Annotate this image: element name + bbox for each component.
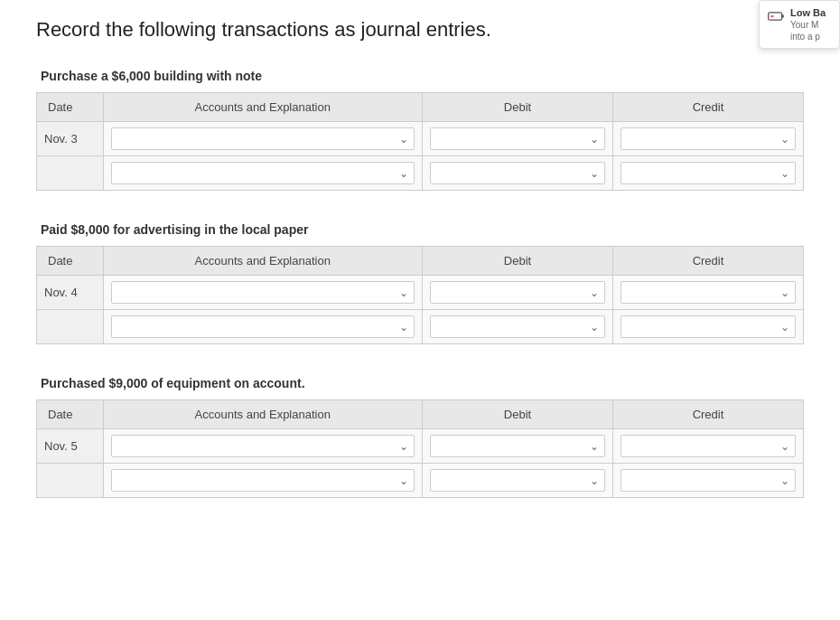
credit-input-wrapper-2-2: ⌄ <box>621 315 796 338</box>
notification-badge: Low Ba Your M into a p <box>759 0 840 49</box>
section-1: Purchase a $6,000 building with note Dat… <box>36 69 804 191</box>
credit-chevron-1-1[interactable]: ⌄ <box>779 134 791 145</box>
debit-input-3-1[interactable] <box>436 439 588 453</box>
account-input-wrapper-3-1: ⌄ <box>111 435 415 457</box>
credit-chevron-3-2[interactable]: ⌄ <box>779 475 791 486</box>
header-debit-2: Debit <box>422 247 612 276</box>
account-input-2-1[interactable] <box>117 286 397 299</box>
credit-input-2-1[interactable] <box>627 286 779 299</box>
debit-input-wrapper-3-2: ⌄ <box>430 469 605 492</box>
header-credit-3: Credit <box>612 400 803 429</box>
credit-chevron-3-1[interactable]: ⌄ <box>779 441 791 452</box>
credit-input-1-2[interactable] <box>627 166 779 180</box>
debit-chevron-1-1[interactable]: ⌄ <box>588 134 601 145</box>
debit-input-3-2[interactable] <box>436 474 588 487</box>
section-1-title: Purchase a $6,000 building with note <box>36 69 804 83</box>
battery-icon <box>767 7 785 25</box>
header-debit-3: Debit <box>422 400 612 429</box>
debit-cell-3-2: ⌄ <box>422 464 612 498</box>
account-chevron-3-1[interactable]: ⌄ <box>397 441 410 452</box>
header-accounts-1: Accounts and Explanation <box>103 93 422 122</box>
header-date-3: Date <box>37 400 104 429</box>
credit-input-wrapper-1-2: ⌄ <box>621 162 796 184</box>
credit-chevron-2-1[interactable]: ⌄ <box>779 287 791 298</box>
account-chevron-2-1[interactable]: ⌄ <box>397 287 410 298</box>
credit-cell-1-1: ⌄ <box>612 122 803 156</box>
debit-chevron-1-2[interactable]: ⌄ <box>588 168 601 179</box>
debit-cell-1-1: ⌄ <box>422 122 612 156</box>
debit-chevron-3-1[interactable]: ⌄ <box>588 441 601 452</box>
account-input-1-2[interactable] <box>117 166 397 180</box>
account-input-3-1[interactable] <box>117 439 397 453</box>
debit-input-2-1[interactable] <box>436 286 588 299</box>
credit-input-3-2[interactable] <box>627 474 779 487</box>
debit-input-wrapper-2-1: ⌄ <box>430 281 605 304</box>
debit-chevron-3-2[interactable]: ⌄ <box>588 475 601 486</box>
journal-table-2: Date Accounts and Explanation Debit Cred… <box>36 246 804 344</box>
table-row: ⌄ ⌄ ⌄ <box>37 310 804 344</box>
date-cell-3-1: Nov. 5 <box>37 429 104 464</box>
table-row: Nov. 3 ⌄ ⌄ <box>37 122 804 156</box>
header-credit-2: Credit <box>612 247 803 276</box>
account-cell-1-2: ⌄ <box>103 156 422 191</box>
account-cell-3-2: ⌄ <box>103 464 422 498</box>
account-cell-3-1: ⌄ <box>103 429 422 464</box>
account-input-wrapper-1-2: ⌄ <box>111 162 415 184</box>
notification-line2: into a p <box>790 31 826 42</box>
credit-chevron-1-2[interactable]: ⌄ <box>779 168 791 179</box>
account-input-2-2[interactable] <box>117 320 397 333</box>
account-input-wrapper-2-1: ⌄ <box>111 281 415 304</box>
svg-rect-0 <box>769 13 782 20</box>
section-3-title: Purchased $9,000 of equipment on account… <box>36 376 804 390</box>
header-accounts-2: Accounts and Explanation <box>103 247 422 276</box>
notification-text: Low Ba Your M into a p <box>790 6 826 42</box>
debit-input-1-2[interactable] <box>436 166 588 180</box>
credit-input-wrapper-2-1: ⌄ <box>621 281 796 304</box>
header-accounts-3: Accounts and Explanation <box>103 400 422 429</box>
account-chevron-2-2[interactable]: ⌄ <box>397 322 410 333</box>
debit-input-wrapper-3-1: ⌄ <box>430 435 605 457</box>
section-2: Paid $8,000 for advertising in the local… <box>36 222 804 344</box>
debit-input-wrapper-1-1: ⌄ <box>430 127 605 150</box>
credit-input-1-1[interactable] <box>627 132 779 146</box>
credit-input-wrapper-3-2: ⌄ <box>621 469 796 492</box>
debit-chevron-2-2[interactable]: ⌄ <box>588 322 601 333</box>
credit-input-2-2[interactable] <box>627 320 779 333</box>
table-row: ⌄ ⌄ ⌄ <box>37 464 804 498</box>
account-cell-2-1: ⌄ <box>103 276 422 310</box>
date-cell-1-2 <box>37 156 104 191</box>
credit-chevron-2-2[interactable]: ⌄ <box>779 322 791 333</box>
account-chevron-3-2[interactable]: ⌄ <box>397 475 410 486</box>
account-input-wrapper-3-2: ⌄ <box>111 469 415 492</box>
debit-chevron-2-1[interactable]: ⌄ <box>588 287 601 298</box>
date-cell-2-1: Nov. 4 <box>37 276 104 310</box>
date-cell-1-1: Nov. 3 <box>37 122 104 156</box>
header-date-1: Date <box>37 93 104 122</box>
svg-rect-1 <box>782 14 784 17</box>
credit-cell-3-2: ⌄ <box>612 464 803 498</box>
debit-input-wrapper-1-2: ⌄ <box>430 162 605 184</box>
debit-input-1-1[interactable] <box>436 132 588 146</box>
credit-input-wrapper-1-1: ⌄ <box>621 127 796 150</box>
account-cell-1-1: ⌄ <box>103 122 422 156</box>
debit-input-2-2[interactable] <box>436 320 588 333</box>
credit-cell-2-1: ⌄ <box>612 276 803 310</box>
journal-table-3: Date Accounts and Explanation Debit Cred… <box>36 399 804 498</box>
page-title: Record the following transactions as jou… <box>36 18 804 42</box>
header-date-2: Date <box>37 247 104 276</box>
notification-line1: Your M <box>790 19 826 31</box>
account-chevron-1-2[interactable]: ⌄ <box>397 168 410 179</box>
section-2-title: Paid $8,000 for advertising in the local… <box>36 222 804 237</box>
debit-cell-1-2: ⌄ <box>422 156 612 191</box>
account-chevron-1-1[interactable]: ⌄ <box>397 134 410 145</box>
journal-table-1: Date Accounts and Explanation Debit Cred… <box>36 92 804 191</box>
account-input-1-1[interactable] <box>117 132 397 146</box>
account-input-wrapper-2-2: ⌄ <box>111 315 415 338</box>
credit-cell-1-2: ⌄ <box>612 156 803 191</box>
debit-cell-3-1: ⌄ <box>422 429 612 464</box>
debit-cell-2-2: ⌄ <box>422 310 612 344</box>
credit-input-3-1[interactable] <box>627 439 779 453</box>
account-cell-2-2: ⌄ <box>103 310 422 344</box>
account-input-wrapper-1-1: ⌄ <box>111 127 415 150</box>
account-input-3-2[interactable] <box>117 474 397 487</box>
